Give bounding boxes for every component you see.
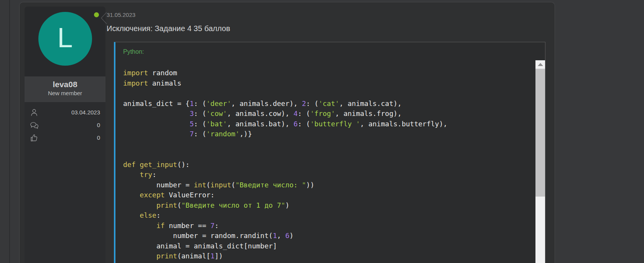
code-line: def get_input(): (123, 160, 535, 170)
code-line (123, 139, 535, 150)
code-lines: import randomimport animals animals_dict… (115, 60, 535, 261)
user-cell: L leva08 New member 03.04.2023 0 (25, 7, 105, 263)
code-line: animals_dict = {1: ('deer', animals.deer… (123, 99, 535, 109)
scrollbar-thumb[interactable] (535, 69, 545, 197)
code-line: except ValueError: (123, 190, 535, 200)
code-line: number = random.randint(1, 6) (123, 231, 535, 241)
online-status-dot (94, 12, 99, 17)
code-scrollbar[interactable] (535, 60, 545, 263)
post-date: 31.05.2023 (107, 12, 135, 18)
messages-count: 0 (39, 122, 100, 128)
code-line: if number == 7: (123, 221, 535, 231)
code-line: print(animal[1]) (123, 251, 535, 261)
scrollbar-up-button[interactable] (535, 60, 545, 69)
code-line: number = int(input("Введите число: ")) (123, 180, 535, 190)
code-line: import animals (123, 78, 535, 89)
code-line: 3: ('cow', animals.cow), 4: ('frog', ani… (123, 109, 535, 119)
avatar-letter: L (57, 24, 72, 54)
code-line: import random (123, 68, 535, 78)
user-info-strip: leva08 New member (25, 76, 105, 102)
post-title: Исключения: Задание 4 35 баллов (107, 24, 230, 33)
joined-date: 03.04.2023 (38, 109, 100, 116)
avatar[interactable]: L (38, 12, 92, 66)
code-line (123, 88, 535, 99)
stat-row-joined: 03.04.2023 (30, 106, 100, 119)
code-block: Python: import randomimport animals anim… (114, 42, 545, 263)
username-link[interactable]: leva08 (26, 79, 104, 89)
code-line (123, 149, 535, 160)
user-stats: 03.04.2023 0 0 (25, 102, 105, 263)
likes-icon (30, 134, 38, 142)
code-line: 7: ('random',)} (123, 129, 535, 139)
user-icon (30, 108, 38, 117)
likes-count: 0 (38, 134, 100, 141)
code-scroll-area[interactable]: import randomimport animals animals_dict… (115, 60, 535, 263)
stat-row-messages: 0 (30, 119, 100, 131)
avatar-block: L (25, 7, 105, 76)
scroll-up-arrow-icon (538, 63, 543, 66)
post-container: L leva08 New member 03.04.2023 0 (19, 2, 555, 263)
code-line: try: (123, 170, 535, 180)
code-line: else: (123, 210, 535, 221)
stat-row-likes: 0 (30, 131, 100, 144)
page-divider-line (9, 0, 10, 263)
messages-icon (30, 121, 39, 129)
code-line: 5: ('bat', animals.bat), 6: ('butterfly … (123, 119, 535, 129)
user-title: New member (26, 89, 104, 97)
code-line: animal = animals_dict[number] (123, 241, 535, 251)
code-language-label: Python: (123, 48, 144, 55)
code-line: print("Введите число от 1 до 7") (123, 200, 535, 211)
